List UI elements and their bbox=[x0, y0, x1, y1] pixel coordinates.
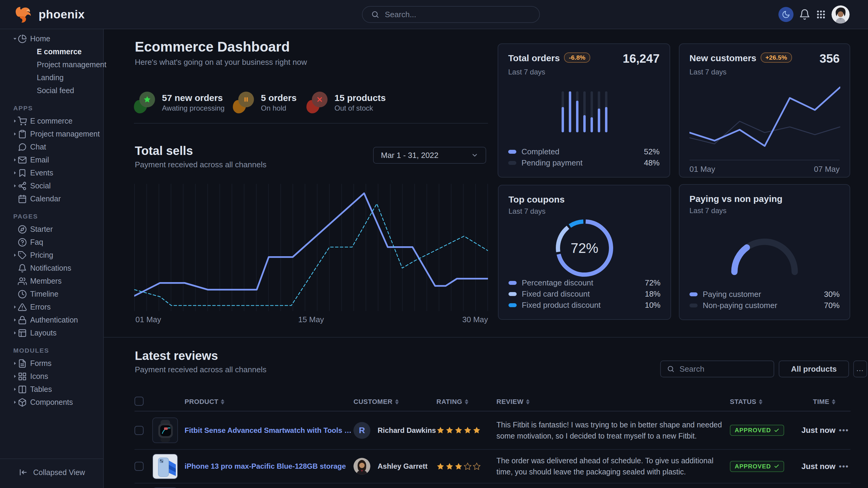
cell-time bbox=[785, 484, 835, 488]
reviews-search-input[interactable] bbox=[680, 364, 768, 374]
package-icon bbox=[18, 398, 27, 407]
search-icon bbox=[667, 365, 675, 373]
all-products-button[interactable]: All products bbox=[779, 360, 849, 378]
column-header-rating[interactable]: RATING bbox=[436, 398, 468, 406]
sidebar-item-timeline[interactable]: Timeline bbox=[0, 288, 103, 300]
legend-row-fixed-product-discount: Fixed product discount 10% bbox=[508, 300, 660, 311]
stat-texts: 15 products Out of stock bbox=[335, 93, 386, 112]
sidebar-item-chat[interactable]: Chat bbox=[0, 140, 103, 154]
notifications-button[interactable] bbox=[799, 9, 810, 20]
legend-row-pending-payment: Pending payment 48% bbox=[508, 157, 660, 168]
cell-product: iPhone 13 pro max-Pacific Blue-128GB sto… bbox=[185, 450, 346, 483]
sidebar-item-e-commerce[interactable]: E commerce bbox=[0, 115, 103, 128]
card-period: Last 7 days bbox=[689, 206, 840, 215]
collapsed-view-label: Collapsed View bbox=[33, 468, 85, 477]
sidebar-item-home[interactable]: Home bbox=[0, 32, 103, 45]
caret-right-icon bbox=[13, 119, 18, 123]
total-sells-header: Total sells Payment received across all … bbox=[135, 143, 266, 169]
new-customers-axis bbox=[689, 160, 840, 160]
product-link[interactable]: Fitbit Sense Advanced Smartwatch with To… bbox=[185, 426, 352, 435]
card-header: Total orders -6.8% 16,247 bbox=[508, 53, 660, 65]
section-label: APPS bbox=[13, 105, 33, 112]
row-checkbox[interactable] bbox=[134, 426, 144, 435]
caret-right-icon bbox=[13, 400, 18, 404]
stat-subtitle: Awating processing bbox=[162, 104, 225, 112]
sidebar-subitem-landing[interactable]: Landing bbox=[0, 71, 103, 84]
column-header-customer[interactable]: CUSTOMER bbox=[353, 398, 399, 406]
row-actions-button[interactable]: ••• bbox=[839, 462, 849, 471]
reviews-search[interactable] bbox=[660, 360, 774, 378]
sidebar-subitem-e-commerce[interactable]: E commerce bbox=[0, 45, 103, 58]
cell-checkbox bbox=[134, 450, 144, 483]
column-header-status[interactable]: STATUS bbox=[730, 398, 763, 406]
apps-menu-button[interactable] bbox=[816, 9, 826, 20]
sidebar-item-icons[interactable]: Icons bbox=[0, 370, 103, 383]
sidebar-item-label: Forms bbox=[30, 359, 52, 368]
date-range-select[interactable]: Mar 1 - 31, 2022 bbox=[373, 147, 486, 164]
sidebar-item-label: Layouts bbox=[30, 329, 57, 337]
sidebar-item-email[interactable]: Email bbox=[0, 154, 103, 166]
compass-icon bbox=[18, 225, 27, 234]
top-coupons-donut-chart: 72% bbox=[554, 217, 615, 279]
column-label: PRODUCT bbox=[185, 398, 218, 406]
product-thumbnail[interactable] bbox=[152, 418, 178, 443]
sidebar-item-members[interactable]: Members bbox=[0, 274, 103, 288]
sidebar-item-events[interactable]: Events bbox=[0, 166, 103, 180]
column-header-review[interactable]: REVIEW bbox=[496, 398, 530, 406]
sidebar-section-modules: MODULES bbox=[0, 344, 103, 357]
sidebar-item-project-management[interactable]: Project management bbox=[0, 128, 103, 140]
sidebar-item-errors[interactable]: Errors bbox=[0, 300, 103, 314]
sidebar-item-calendar[interactable]: Calendar bbox=[0, 192, 103, 205]
legend-value: 18% bbox=[645, 289, 660, 299]
sidebar-subitem-social-feed[interactable]: Social feed bbox=[0, 84, 103, 97]
global-search[interactable] bbox=[362, 6, 540, 23]
product-thumbnail[interactable] bbox=[152, 454, 178, 479]
sidebar-item-label: Project management bbox=[30, 130, 100, 138]
dark-mode-toggle[interactable] bbox=[778, 7, 794, 22]
reviews-more-button[interactable]: ... bbox=[853, 360, 867, 378]
column-header-time[interactable]: TIME bbox=[785, 398, 835, 406]
reviews-header: Latest reviews Payment received across a… bbox=[135, 348, 266, 375]
stat-pause-icon bbox=[233, 92, 254, 113]
cell-customer: Ashley Garrett bbox=[353, 450, 427, 483]
row-checkbox[interactable] bbox=[134, 462, 144, 471]
select-all-checkbox[interactable] bbox=[134, 397, 144, 406]
mail-icon bbox=[18, 156, 27, 165]
table-header-row: PRODUCTCUSTOMERRATINGREVIEWSTATUSTIME bbox=[134, 395, 850, 412]
sidebar-item-faq[interactable]: Faq bbox=[0, 236, 103, 249]
sidebar-item-label: Social bbox=[30, 182, 51, 190]
legend-swatch bbox=[508, 292, 517, 296]
sidebar-item-authentication[interactable]: Authentication bbox=[0, 314, 103, 326]
sidebar-item-social[interactable]: Social bbox=[0, 180, 103, 192]
avatar-initial: R bbox=[359, 426, 365, 435]
search-input[interactable] bbox=[385, 10, 531, 19]
sidebar-item-layouts[interactable]: Layouts bbox=[0, 326, 103, 339]
status-badge: APPROVED bbox=[730, 461, 784, 472]
top-coupons-card: Top coupons Last 7 days 72% Percentage d… bbox=[498, 185, 671, 320]
sidebar-subitem-project-management[interactable]: Project management bbox=[0, 58, 103, 71]
row-actions-button[interactable]: ••• bbox=[839, 426, 849, 435]
sidebar-item-components[interactable]: Components bbox=[0, 396, 103, 409]
x-label-end: 07 May bbox=[814, 165, 840, 174]
sidebar-item-notifications[interactable]: Notifications bbox=[0, 262, 103, 274]
user-avatar[interactable] bbox=[832, 5, 849, 24]
collapsed-view-toggle[interactable]: Collapsed View bbox=[0, 464, 103, 481]
share-icon bbox=[18, 182, 27, 191]
collapse-icon bbox=[19, 468, 28, 477]
legend-swatch bbox=[508, 303, 517, 307]
legend-value: 72% bbox=[645, 278, 660, 288]
column-header-product[interactable]: PRODUCT bbox=[185, 398, 224, 406]
sidebar-item-forms[interactable]: Forms bbox=[0, 357, 103, 370]
sidebar-subitem-label: Project management bbox=[37, 60, 106, 69]
sidebar-item-tables[interactable]: Tables bbox=[0, 383, 103, 396]
brand-logo[interactable]: phoenix bbox=[14, 0, 85, 29]
sidebar-item-pricing[interactable]: Pricing bbox=[0, 249, 103, 262]
lock-icon bbox=[18, 316, 27, 325]
stat-title: 5 orders bbox=[261, 93, 297, 103]
sidebar-item-starter[interactable]: Starter bbox=[0, 223, 103, 236]
legend-label: Fixed card discount bbox=[522, 289, 590, 299]
product-link[interactable]: iPhone 13 pro max-Pacific Blue-128GB sto… bbox=[185, 462, 346, 470]
legend-row-non-paying-customer: Non-paying customer 70% bbox=[689, 300, 840, 311]
cell-status: APPROVED bbox=[730, 412, 784, 449]
status-label: APPROVED bbox=[735, 427, 771, 434]
